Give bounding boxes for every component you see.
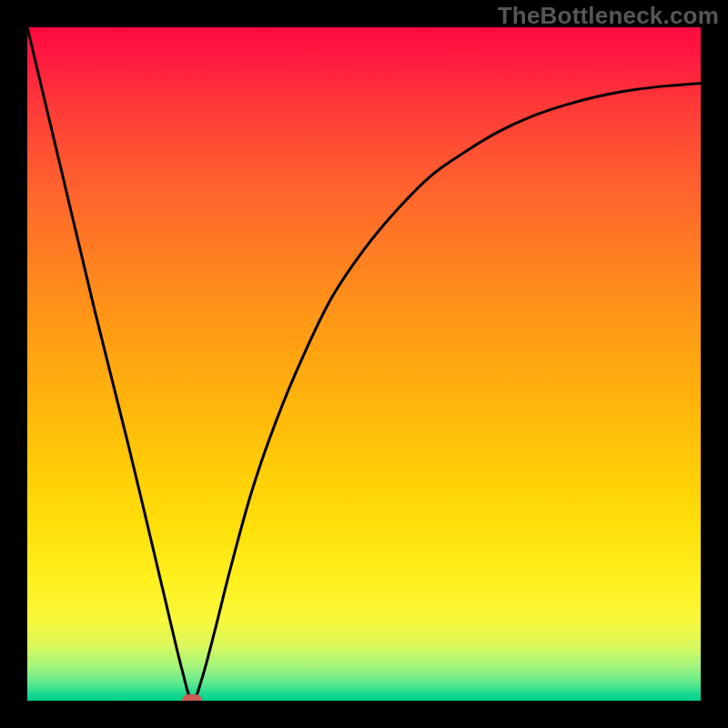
plot-area: [27, 27, 701, 701]
chart-frame: TheBottleneck.com: [0, 0, 728, 728]
bottleneck-curve: [27, 27, 701, 701]
watermark-text: TheBottleneck.com: [498, 2, 719, 30]
optimum-marker: [182, 694, 202, 701]
